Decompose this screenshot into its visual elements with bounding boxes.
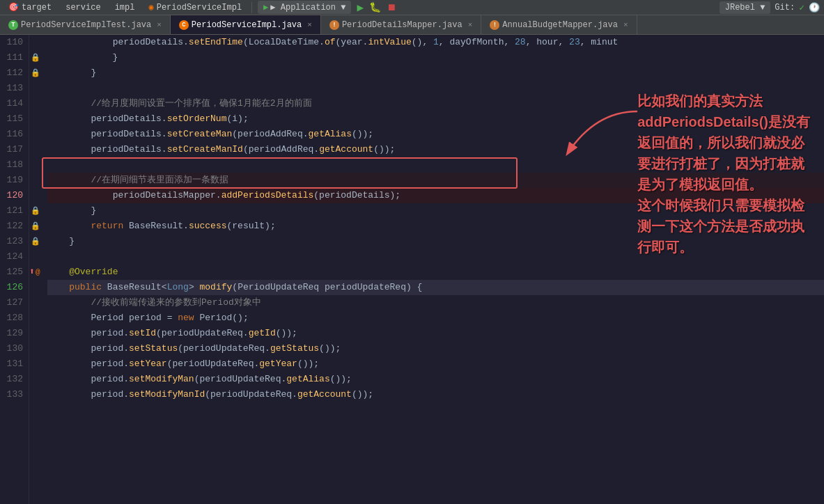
file-tabs: T PeriodServiceImplTest.java × C PeriodS… (0, 15, 824, 35)
toolbar-tab-period[interactable]: ◉ PeriodServiceImpl (144, 1, 246, 14)
tab-label-mapper: PeriodDetailsMapper.java (342, 20, 462, 30)
gutter: 🔒 🔒 🔒 🔒 🔒 ⬆ @ (29, 35, 42, 504)
code-line-130: period.setStatus(periodUpdateReq.getStat… (47, 341, 824, 356)
toolbar-target-icon: 🎯 (8, 2, 19, 13)
jrebel-label: JRebel ▼ (725, 3, 765, 13)
gutter-bookmark-122: 🔒 (31, 219, 40, 234)
tab-annual-mapper[interactable]: ! AnnualBudgetMapper.java × (481, 15, 637, 34)
git-label: Git: (775, 3, 795, 13)
toolbar-app-btn[interactable]: ▶ ▶ Application ▼ (258, 1, 351, 14)
code-line-133: period.setModifyManId(periodUpdateReq.ge… (47, 387, 824, 402)
line-numbers: 110 111 112 113 114 115 116 117 118 119 … (0, 35, 29, 504)
stop-btn[interactable]: ⏹ (387, 2, 396, 13)
toolbar-tab-service[interactable]: service (61, 1, 104, 14)
code-line-112: } (47, 65, 824, 81)
clock-icon: 🕐 (809, 2, 820, 13)
close-mapper[interactable]: × (468, 21, 473, 29)
tab-period-impl[interactable]: C PeriodServiceImpl.java × (171, 15, 321, 34)
toolbar-tab-impl[interactable]: impl (111, 1, 139, 14)
gutter-bookmark-112: 🔒 (31, 65, 40, 81)
annotation-arrow (554, 104, 644, 160)
tab-icon-test: T (8, 20, 18, 30)
code-line-126: public BaseResult<Long> modify(PeriodUpd… (47, 280, 824, 295)
jrebel-btn[interactable]: JRebel ▼ (720, 1, 771, 14)
app-label: ▶ Application ▼ (270, 2, 345, 13)
top-toolbar: 🎯 target service impl ◉ PeriodServiceImp… (0, 0, 824, 15)
gutter-bookmark-123: 🔒 (31, 234, 40, 249)
code-line-131: period.setYear(periodUpdateReq.getYear()… (47, 356, 824, 372)
gutter-bookmark-121: 🔒 (31, 203, 40, 219)
debug-btn[interactable]: 🐛 (369, 1, 381, 13)
close-impl[interactable]: × (307, 21, 312, 29)
toolbar-target-label: target (22, 3, 52, 13)
tab-period-mapper[interactable]: ! PeriodDetailsMapper.java × (321, 15, 481, 34)
code-line-128: Period period = new Period(); (47, 310, 824, 326)
code-line-127: //接收前端传递来的参数到Period对象中 (47, 295, 824, 310)
close-test[interactable]: × (157, 21, 162, 29)
code-line-110: periodDetails.setEndTime(LocalDateTime.o… (47, 35, 824, 50)
code-line-132: period.setModifyMan(periodUpdateReq.getA… (47, 372, 824, 387)
checkmark-icon: ✓ (799, 2, 804, 13)
code-line-129: period.setId(periodUpdateReq.getId()); (47, 326, 824, 341)
gutter-bookmark-111: 🔒 (31, 50, 40, 65)
tab-icon-impl: C (179, 20, 189, 30)
annotation-text: 比如我们的真实方法addPeriodsDetails()是没有返回值的，所以我们… (637, 90, 810, 258)
code-area: 110 111 112 113 114 115 116 117 118 119 … (0, 35, 824, 504)
tab-label-impl: PeriodServiceImpl.java (192, 20, 302, 30)
tab-period-test[interactable]: T PeriodServiceImplTest.java × (0, 15, 171, 34)
annotation-box: 比如我们的真实方法addPeriodsDetails()是没有返回值的，所以我们… (637, 90, 810, 258)
toolbar-impl-label: impl (115, 3, 135, 13)
tab-icon-annual: ! (490, 20, 499, 30)
close-annual[interactable]: × (623, 21, 628, 29)
tab-label-annual: AnnualBudgetMapper.java (502, 20, 618, 30)
code-line-125: @Override (47, 265, 824, 280)
toolbar-tab-target[interactable]: 🎯 target (4, 1, 56, 14)
toolbar-period-icon: ◉ (148, 2, 153, 13)
code-line-111: } (47, 50, 824, 65)
code-content[interactable]: periodDetails.setEndTime(LocalDateTime.o… (42, 35, 824, 504)
toolbar-sep1 (251, 2, 252, 13)
toolbar-service-label: service (65, 3, 100, 13)
tab-icon-mapper: ! (329, 20, 339, 30)
gutter-arrow-126: ⬆ (29, 265, 35, 280)
run-btn[interactable]: ▶ (357, 1, 364, 15)
toolbar-right: JRebel ▼ Git: ✓ 🕐 (720, 1, 820, 14)
gutter-debug-126: @ (36, 265, 40, 280)
app-icon: ▶ (263, 2, 268, 13)
toolbar-period-label: PeriodServiceImpl (157, 3, 242, 13)
tab-label-test: PeriodServiceImplTest.java (21, 20, 151, 30)
